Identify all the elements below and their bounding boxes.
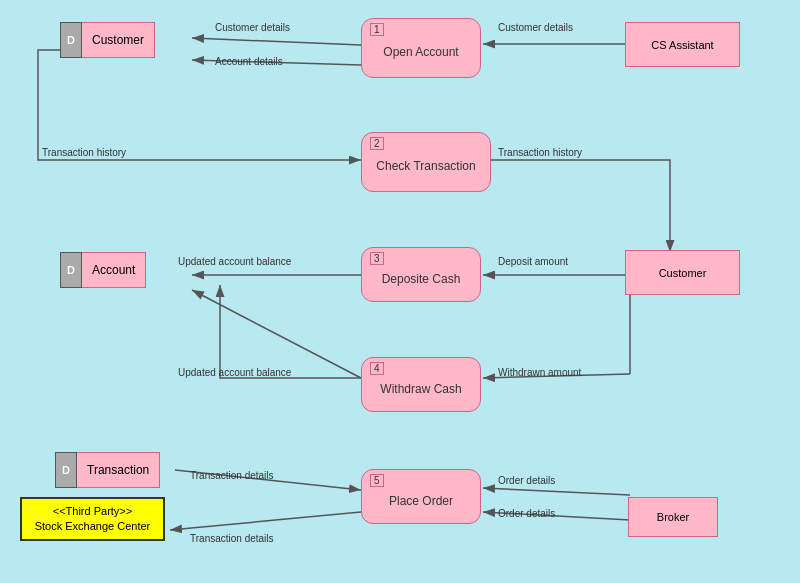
svg-line-13 [170,512,361,530]
process-label-1: Open Account [383,45,458,59]
process-number-1: 1 [370,23,384,36]
label-updated-balance-withdraw: Updated account balance [178,367,291,378]
process-label-5: Place Order [389,494,453,508]
label-transaction-details-bottom: Transaction details [190,533,274,544]
process-deposit-cash: 3 Deposite Cash [361,247,481,302]
process-label-2: Check Transaction [376,159,475,173]
label-account-details: Account details [215,56,283,67]
datastore-d-account: D [60,252,82,288]
datastore-d-customer: D [60,22,82,58]
datastore-d-transaction: D [55,452,77,488]
entity-cs-assistant: CS Assistant [625,22,740,67]
special-third-party: <<Third Party>>Stock Exchange Center [20,497,165,541]
datastore-account: D Account [60,252,146,288]
svg-line-2 [192,38,361,45]
datastore-label-customer: Customer [82,22,155,58]
process-number-3: 3 [370,252,384,265]
process-check-transaction: 2 Check Transaction [361,132,491,192]
process-place-order: 5 Place Order [361,469,481,524]
process-open-account: 1 Open Account [361,18,481,78]
process-number-4: 4 [370,362,384,375]
svg-line-7 [192,290,361,378]
process-label-4: Withdraw Cash [380,382,461,396]
diagram-container: 1 Open Account 2 Check Transaction 3 Dep… [0,0,800,583]
process-number-5: 5 [370,474,384,487]
label-transaction-history-right: Transaction history [498,147,582,158]
label-customer-details-cs: Customer details [498,22,573,33]
entity-broker: Broker [628,497,718,537]
label-withdrawn-amount: Withdrawn amount [498,367,581,378]
entity-cs-assistant-label: CS Assistant [651,39,713,51]
label-transaction-history-left: Transaction history [42,147,126,158]
process-withdraw-cash: 4 Withdraw Cash [361,357,481,412]
datastore-transaction: D Transaction [55,452,160,488]
label-customer-details-top: Customer details [215,22,290,33]
datastore-label-transaction: Transaction [77,452,160,488]
svg-line-11 [483,488,630,495]
process-number-2: 2 [370,137,384,150]
special-box-label: <<Third Party>>Stock Exchange Center [35,504,151,535]
process-label-3: Deposite Cash [382,272,461,286]
label-transaction-details-left: Transaction details [190,470,274,481]
entity-customer-right: Customer [625,250,740,295]
datastore-label-account: Account [82,252,146,288]
label-order-details-top: Order details [498,475,555,486]
entity-broker-label: Broker [657,511,689,523]
entity-customer-right-label: Customer [659,267,707,279]
datastore-customer: D Customer [60,22,155,58]
label-deposit-amount: Deposit amount [498,256,568,267]
label-order-details-bottom: Order details [498,508,555,519]
label-updated-balance-deposit: Updated account balance [178,256,291,267]
